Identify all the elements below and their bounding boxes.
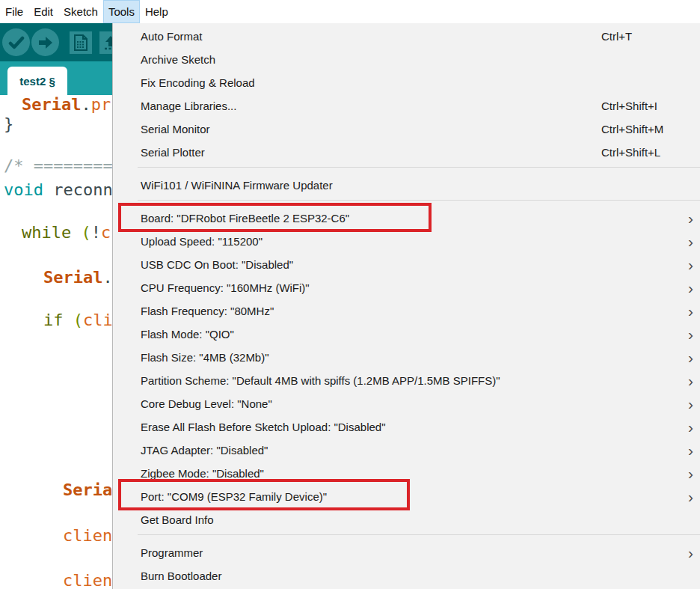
code-token: reconn (43, 180, 112, 199)
code-token: . (102, 268, 112, 287)
submenu-chevron-icon: › (688, 541, 693, 564)
serial-monitor-menu-item[interactable]: Serial MonitorCtrl+Shift+M (113, 118, 700, 141)
menu-item-shortcut: Ctrl+T (601, 25, 632, 48)
menu-separator (113, 164, 700, 174)
code-token: clien (63, 526, 112, 545)
annotation-box-board (118, 203, 432, 232)
jtag-adapter-menu-item[interactable]: JTAG Adapter: "Disabled"› (113, 439, 700, 462)
code-token: if (43, 311, 64, 329)
menu-item-label: Programmer (113, 546, 203, 559)
menu-item-shortcut: Ctrl+Shift+I (601, 94, 657, 118)
fix-encoding-reload-menu-item[interactable]: Fix Encoding & Reload (113, 71, 700, 94)
serial-plotter-menu-item[interactable]: Serial PlotterCtrl+Shift+L (113, 141, 700, 164)
menu-item-label: Burn Bootloader (113, 570, 221, 582)
menu-item-label: WiFi101 / WiFiNINA Firmware Updater (113, 179, 333, 192)
erase-all-flash-menu-item[interactable]: Erase All Flash Before Sketch Upload: "D… (113, 415, 700, 439)
submenu-chevron-icon: › (688, 346, 693, 369)
submenu-chevron-icon: › (688, 415, 693, 439)
code-line: void reconn (4, 181, 112, 199)
code-token: ( (73, 311, 83, 329)
document-icon (73, 34, 89, 51)
tab-label: test2 § (19, 75, 55, 88)
menu-item-label: Upload Speed: "115200" (113, 235, 262, 248)
code-token (64, 311, 73, 329)
submenu-chevron-icon: › (688, 392, 693, 415)
code-line: while (!c (22, 224, 111, 242)
code-token: c (101, 223, 111, 242)
flash-frequency-menu-item[interactable]: Flash Frequency: "80MHz"› (113, 299, 700, 323)
menu-item-label: Flash Frequency: "80MHz" (113, 305, 274, 317)
menu-item-label: Get Board Info (113, 513, 214, 526)
menu-bar: FileEditSketchToolsHelp (0, 0, 700, 23)
partition-scheme-menu-item[interactable]: Partition Scheme: "Default 4MB with spif… (113, 369, 700, 392)
code-token: cli (83, 311, 112, 329)
toolbar (0, 23, 112, 61)
menu-item-label: Flash Mode: "QIO" (113, 328, 234, 341)
menu-item-label: Core Debug Level: "None" (113, 397, 272, 410)
code-editor[interactable]: Serial.pr}/* ==========void reconnwhile … (0, 95, 112, 589)
tab-test2[interactable]: test2 § (7, 67, 67, 95)
menu-item-label: JTAG Adapter: "Disabled" (113, 444, 268, 457)
archive-sketch-menu-item[interactable]: Archive Sketch (113, 48, 700, 71)
menu-item-shortcut: Ctrl+Shift+L (601, 141, 660, 164)
menu-item-label: Archive Sketch (113, 53, 215, 66)
code-token: Seria (63, 480, 112, 499)
code-line: clien (63, 527, 112, 545)
burn-bootloader-menu-item[interactable]: Burn Bootloader (113, 564, 700, 588)
submenu-chevron-icon: › (688, 276, 693, 299)
code-line: clien (63, 572, 112, 589)
tab-strip: test2 § (0, 61, 112, 95)
submenu-chevron-icon: › (688, 207, 693, 230)
upload-speed-menu-item[interactable]: Upload Speed: "115200"› (113, 230, 700, 253)
upload-button[interactable] (31, 28, 59, 56)
submenu-chevron-icon: › (688, 299, 693, 323)
menu-item-shortcut: Ctrl+Shift+M (601, 118, 663, 141)
menu-item-label: Serial Plotter (113, 146, 205, 159)
code-line: /* ========== (4, 157, 112, 175)
menu-item-label: Erase All Flash Before Sketch Upload: "D… (113, 421, 385, 433)
menubar-item-help[interactable]: Help (140, 0, 174, 23)
verify-button[interactable] (2, 28, 30, 56)
auto-format-menu-item[interactable]: Auto FormatCtrl+T (113, 25, 700, 48)
manage-libraries-menu-item[interactable]: Manage Libraries...Ctrl+Shift+I (113, 94, 700, 118)
code-token: ! (91, 223, 101, 242)
cpu-frequency-menu-item[interactable]: CPU Frequency: "160MHz (WiFi)"› (113, 276, 700, 299)
check-icon (8, 34, 25, 51)
get-board-info-menu-item[interactable]: Get Board Info (113, 508, 700, 531)
usb-cdc-on-boot-menu-item[interactable]: USB CDC On Boot: "Disabled"› (113, 253, 700, 276)
core-debug-level-menu-item[interactable]: Core Debug Level: "None"› (113, 392, 700, 415)
new-sketch-button[interactable] (70, 31, 92, 54)
submenu-chevron-icon: › (688, 230, 693, 253)
flash-mode-menu-item[interactable]: Flash Mode: "QIO"› (113, 323, 700, 346)
code-token: pr (91, 95, 111, 114)
menu-item-label: Serial Monitor (113, 123, 210, 135)
code-token: while (22, 223, 71, 242)
menu-item-label: CPU Frequency: "160MHz (WiFi)" (113, 281, 310, 294)
code-token: clien (63, 571, 112, 589)
submenu-chevron-icon: › (688, 323, 693, 346)
menu-separator (113, 531, 700, 541)
submenu-chevron-icon: › (688, 253, 693, 276)
menubar-item-file[interactable]: File (0, 0, 28, 23)
code-line: } (4, 115, 13, 133)
submenu-chevron-icon: › (688, 462, 693, 485)
menu-item-label: Auto Format (113, 30, 203, 43)
code-token: } (4, 115, 13, 133)
flash-size-menu-item[interactable]: Flash Size: "4MB (32Mb)"› (113, 346, 700, 369)
code-token (71, 223, 81, 242)
menu-item-label: Flash Size: "4MB (32Mb)" (113, 351, 269, 364)
open-sketch-button[interactable] (99, 31, 112, 54)
wifi-firmware-updater-menu-item[interactable]: WiFi101 / WiFiNINA Firmware Updater (113, 174, 700, 197)
menu-item-label: Fix Encoding & Reload (113, 76, 255, 89)
menu-item-label: Zigbee Mode: "Disabled" (113, 467, 264, 480)
menu-item-label: Manage Libraries... (113, 100, 236, 112)
menu-item-label: Partition Scheme: "Default 4MB with spif… (113, 374, 500, 387)
code-line: Serial. (43, 269, 112, 287)
menubar-item-tools[interactable]: Tools (103, 0, 140, 23)
code-token: /* ========== (4, 156, 112, 175)
programmer-menu-item[interactable]: Programmer› (113, 541, 700, 564)
code-token: ( (81, 223, 90, 242)
submenu-chevron-icon: › (688, 485, 693, 508)
menubar-item-edit[interactable]: Edit (28, 0, 58, 23)
menubar-item-sketch[interactable]: Sketch (58, 0, 103, 23)
